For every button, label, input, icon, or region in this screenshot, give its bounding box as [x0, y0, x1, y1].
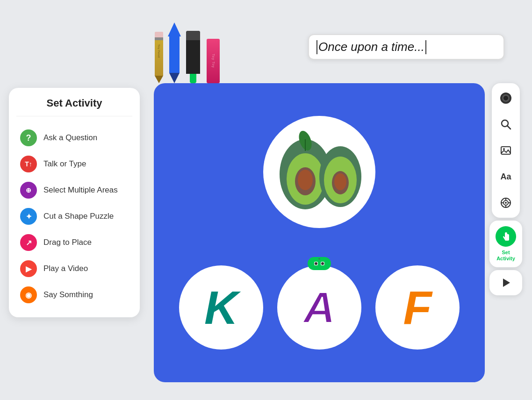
pencil-tip — [155, 76, 163, 83]
set-activity-hand-icon — [496, 226, 516, 247]
svg-rect-22 — [501, 147, 510, 154]
select-multiple-icon: ⊕ — [20, 182, 37, 199]
search-tool-button[interactable] — [496, 114, 516, 135]
sidebar-item-play-video[interactable]: ▶ Play a Video — [16, 256, 132, 282]
sidebar-item-cut-shape[interactable]: ✦ Cut a Shape Puzzle — [16, 203, 132, 229]
play-icon — [501, 278, 511, 288]
image-icon — [500, 145, 511, 156]
letter-circle-f: F — [375, 265, 460, 350]
set-activity-button[interactable]: Set Activity — [489, 221, 522, 267]
say-something-label: Say Somthing — [43, 290, 93, 300]
play-video-label: Play a Video — [43, 264, 88, 273]
brush-icon — [500, 92, 512, 104]
pencil-tool[interactable]: Tiny Pencil — [154, 32, 164, 83]
black-marker-tip — [190, 74, 196, 83]
play-button[interactable] — [489, 270, 522, 295]
text-cursor-end — [425, 40, 426, 54]
sidebar: Set Activity ? Ask a Question T↑ Talk or… — [9, 88, 140, 317]
sidebar-title: Set Activity — [16, 97, 132, 116]
pencil-label: Tiny Pencil — [158, 44, 160, 57]
pencil-eraser — [155, 32, 163, 37]
ask-question-label: Ask a Question — [43, 133, 97, 143]
hand-icon — [500, 230, 512, 243]
eraser-tool[interactable]: Toy Toy — [205, 39, 221, 83]
say-something-icon: ◉ — [20, 286, 37, 303]
avocado-circle — [263, 116, 375, 228]
svg-point-3 — [298, 170, 313, 190]
right-toolbar: Aa Set Activ — [489, 83, 523, 295]
letters-row: K A F — [179, 265, 460, 350]
right-tool-group: Aa — [492, 83, 520, 218]
letter-f: F — [403, 281, 431, 335]
svg-marker-31 — [503, 279, 510, 287]
avocado-image — [273, 128, 366, 216]
drag-place-label: Drag to Place — [43, 238, 92, 247]
blue-marker-body — [169, 36, 180, 73]
text-content: Once upon a time... — [318, 40, 424, 54]
black-marker-body — [186, 31, 200, 74]
brush-tool-button[interactable] — [496, 88, 516, 108]
ask-question-icon: ? — [20, 129, 37, 146]
blue-marker-tip — [169, 73, 180, 83]
sidebar-item-talk-type[interactable]: T↑ Talk or Type — [16, 151, 132, 177]
drag-place-icon: ↗ — [20, 234, 37, 251]
app-container: Set Activity ? Ask a Question T↑ Talk or… — [9, 8, 523, 392]
cut-shape-label: Cut a Shape Puzzle — [43, 212, 114, 221]
talk-type-label: Talk or Type — [43, 159, 86, 169]
svg-line-21 — [507, 126, 510, 129]
svg-point-26 — [505, 202, 507, 204]
robot-icon — [310, 258, 328, 269]
letter-circle-k: K — [179, 265, 263, 350]
black-marker-tool[interactable] — [185, 31, 201, 83]
pencil-body: Tiny Pencil — [155, 40, 163, 76]
image-tool-button[interactable] — [496, 140, 516, 161]
letter-circle-a: A — [277, 265, 361, 350]
svg-point-23 — [503, 148, 505, 150]
svg-point-19 — [503, 96, 508, 100]
search-icon — [500, 119, 511, 130]
blue-marker-tool[interactable] — [168, 22, 181, 83]
text-input-bar[interactable]: Once upon a time... — [308, 34, 504, 60]
main-canvas: K A F — [154, 83, 485, 382]
tools-bar: Tiny Pencil Toy Toy — [154, 22, 221, 83]
target-tool-button[interactable] — [496, 193, 516, 213]
sidebar-item-drag-place[interactable]: ↗ Drag to Place — [16, 229, 132, 256]
sidebar-item-say-something[interactable]: ◉ Say Somthing — [16, 282, 132, 308]
text-tool-button[interactable]: Aa — [496, 166, 516, 187]
set-activity-label: Set Activity — [493, 250, 518, 262]
letter-k: K — [204, 281, 238, 335]
text-icon: Aa — [500, 172, 511, 182]
play-video-icon: ▶ — [20, 260, 37, 277]
cut-shape-icon: ✦ — [20, 208, 37, 225]
text-cursor-start — [316, 40, 317, 54]
sidebar-item-select-multiple[interactable]: ⊕ Select Multiple Areas — [16, 177, 132, 203]
select-multiple-label: Select Multiple Areas — [43, 186, 118, 195]
robot-badge — [308, 257, 331, 270]
talk-type-icon: T↑ — [20, 156, 37, 172]
svg-point-13 — [315, 262, 317, 265]
black-marker-cap — [186, 31, 200, 40]
sidebar-item-ask-question[interactable]: ? Ask a Question — [16, 125, 132, 151]
letter-a: A — [303, 282, 336, 333]
eraser-body: Toy Toy — [207, 39, 220, 83]
svg-point-14 — [321, 262, 324, 265]
blue-marker-top — [168, 22, 181, 36]
svg-point-9 — [334, 173, 346, 190]
svg-rect-10 — [311, 260, 327, 268]
eraser-text: Toy Toy — [212, 54, 215, 68]
target-icon — [500, 197, 511, 208]
